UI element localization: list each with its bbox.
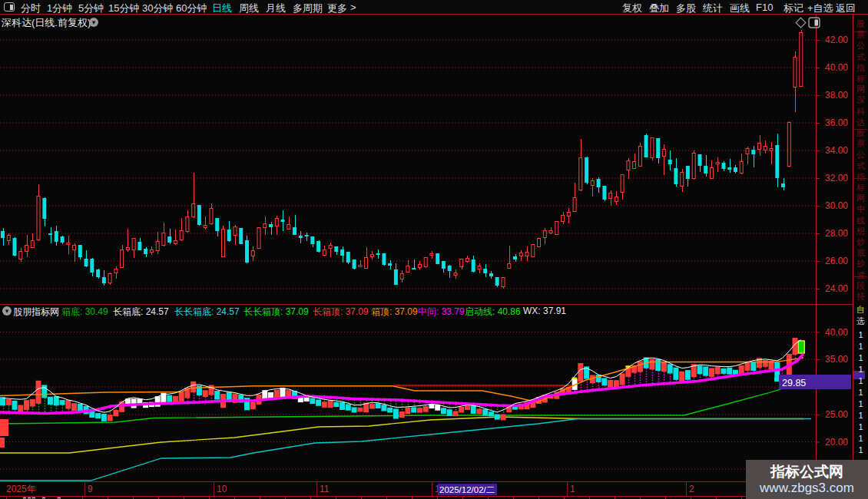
svg-text:20.00: 20.00 [825, 437, 848, 448]
svg-text:29.85: 29.85 [782, 378, 806, 388]
svg-text:2025/12/02/二: 2025/12/02/二 [439, 485, 495, 494]
svg-text:36.00: 36.00 [825, 117, 848, 128]
svg-text:28.00: 28.00 [825, 228, 848, 239]
svg-text:1: 1 [570, 484, 575, 494]
svg-text:26.00: 26.00 [825, 256, 848, 266]
svg-text:32.00: 32.00 [825, 173, 848, 183]
svg-text:35.00: 35.00 [825, 354, 848, 365]
svg-text:30.00: 30.00 [825, 200, 848, 211]
svg-text:40.00: 40.00 [825, 62, 848, 73]
svg-text:10: 10 [217, 484, 227, 494]
svg-text:11: 11 [320, 484, 330, 494]
svg-text:25.00: 25.00 [825, 409, 848, 420]
svg-text:34.00: 34.00 [825, 145, 848, 156]
svg-text:2025年: 2025年 [6, 484, 36, 494]
svg-text:9: 9 [88, 484, 93, 494]
svg-text:42.00: 42.00 [825, 35, 848, 45]
svg-text:24.00: 24.00 [825, 283, 848, 294]
svg-text:2: 2 [689, 484, 694, 494]
svg-text:38.00: 38.00 [825, 90, 848, 101]
svg-text:40.00: 40.00 [825, 327, 848, 338]
